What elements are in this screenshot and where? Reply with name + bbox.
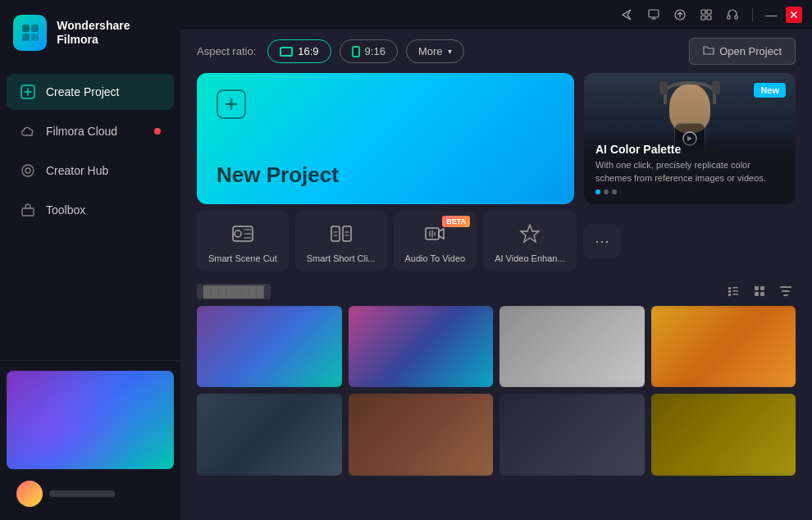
content-area: New Project New (180, 73, 812, 204)
aspect-ratio-label: Aspect ratio: (197, 45, 256, 57)
tool-audio-to-video[interactable]: BETA Audio To Video (394, 211, 477, 271)
dot-2 (604, 189, 609, 194)
logo-text: Wondershare Filmora (57, 19, 167, 47)
media-grid-row1 (180, 306, 812, 387)
recent-project-thumbnail[interactable] (7, 371, 174, 469)
creator-hub-icon (20, 162, 36, 179)
svg-rect-28 (732, 294, 738, 295)
ai-card-content: AI Color Palette With one click, precise… (584, 133, 796, 204)
svg-rect-20 (343, 226, 351, 241)
svg-rect-32 (760, 292, 764, 296)
scene-cut-label: Smart Scene Cut (208, 253, 277, 263)
ratio-916-icon (352, 46, 360, 57)
tools-row: Smart Scene Cut Smart Short Cli... BETA (180, 204, 812, 271)
aspect-ratio-169-button[interactable]: 16:9 (267, 39, 331, 63)
svg-rect-14 (728, 16, 730, 19)
media-item[interactable] (651, 394, 796, 475)
sidebar-nav: Create Project Filmora Cloud Creator Hub (0, 66, 180, 360)
short-clip-label: Smart Short Cli... (307, 253, 376, 263)
grid-view-button[interactable] (750, 281, 769, 301)
svg-rect-25 (728, 290, 731, 293)
svg-rect-2 (22, 34, 30, 41)
short-clip-icon (326, 219, 356, 249)
creator-hub-label: Creator Hub (46, 164, 108, 177)
media-item[interactable] (349, 306, 494, 387)
dot-1 (595, 189, 600, 194)
create-project-icon (20, 84, 36, 100)
svg-rect-10 (701, 10, 705, 14)
svg-rect-23 (728, 287, 731, 290)
tool-ai-video-enhance[interactable]: AI Video Enhan... (483, 211, 576, 271)
main-content: — ✕ Aspect ratio: 16:9 9:16 More ▾ Open … (180, 0, 812, 520)
monitor-icon[interactable] (644, 5, 664, 25)
svg-marker-22 (521, 225, 539, 242)
user-avatar[interactable] (16, 481, 43, 507)
sidebar-item-toolbox[interactable]: Toolbox (7, 192, 174, 228)
svg-rect-30 (760, 286, 764, 290)
media-item[interactable] (197, 306, 342, 387)
notification-dot (154, 128, 161, 135)
section-title: ████████ (197, 284, 271, 299)
filmora-cloud-label: Filmora Cloud (46, 125, 117, 138)
sidebar-item-filmora-cloud[interactable]: Filmora Cloud (7, 113, 174, 149)
more-tools-button[interactable]: ⋯ (583, 224, 621, 258)
grid-icon[interactable] (696, 5, 716, 25)
svg-point-18 (235, 230, 241, 237)
new-project-card[interactable]: New Project (197, 73, 574, 204)
media-item[interactable] (500, 394, 645, 475)
svg-rect-29 (755, 286, 759, 290)
media-item[interactable] (651, 306, 796, 387)
svg-rect-19 (331, 226, 340, 241)
ai-feature-card[interactable]: New AI Color Palette With one click, pre… (584, 73, 796, 204)
beta-badge: BETA (442, 216, 470, 227)
ai-card-dots (595, 189, 784, 194)
send-icon[interactable] (618, 5, 637, 25)
tool-smart-scene-cut[interactable]: Smart Scene Cut (197, 211, 289, 271)
chevron-down-icon: ▾ (448, 47, 452, 56)
ratio-169-label: 16:9 (298, 45, 318, 57)
audio-video-label: Audio To Video (405, 253, 466, 263)
svg-rect-11 (707, 10, 711, 14)
filter-button[interactable] (776, 281, 796, 301)
add-project-icon (217, 89, 246, 119)
svg-rect-8 (649, 10, 659, 17)
aspect-ratio-916-button[interactable]: 9:16 (340, 39, 398, 63)
app-logo: Wondershare Filmora (0, 0, 180, 66)
svg-rect-7 (22, 208, 34, 216)
media-item[interactable] (500, 306, 645, 387)
svg-rect-35 (783, 294, 788, 296)
svg-rect-0 (22, 25, 30, 32)
toolbox-label: Toolbox (46, 203, 85, 217)
open-project-button[interactable]: Open Project (689, 38, 796, 65)
close-button[interactable]: ✕ (786, 7, 802, 23)
tool-smart-short-clip[interactable]: Smart Short Cli... (295, 211, 387, 271)
headset-icon[interactable] (723, 5, 742, 25)
list-view-button[interactable] (723, 281, 743, 301)
cloud-icon (20, 123, 36, 139)
sidebar-item-creator-hub[interactable]: Creator Hub (7, 153, 174, 189)
ai-card-description: With one click, precisely replicate colo… (595, 159, 784, 185)
media-item[interactable] (349, 394, 494, 475)
folder-icon (703, 44, 714, 58)
more-button[interactable]: More ▾ (406, 39, 464, 63)
ai-enhance-icon (515, 219, 545, 249)
sidebar: Wondershare Filmora Create Project Filmo… (0, 0, 180, 520)
svg-rect-27 (728, 294, 731, 296)
sidebar-item-create-project[interactable]: Create Project (7, 74, 174, 110)
separator (752, 8, 753, 21)
svg-point-5 (22, 165, 34, 176)
ai-card-title: AI Color Palette (595, 143, 784, 156)
upload-icon[interactable] (670, 5, 690, 25)
svg-rect-33 (780, 286, 791, 288)
open-project-label: Open Project (719, 45, 782, 57)
minimize-button[interactable]: — (763, 7, 779, 23)
svg-rect-12 (701, 16, 705, 20)
svg-rect-26 (732, 290, 738, 292)
svg-rect-1 (31, 25, 39, 32)
ai-enhance-label: AI Video Enhan... (495, 253, 564, 263)
svg-rect-3 (31, 34, 39, 41)
logo-icon (13, 15, 47, 51)
svg-rect-13 (707, 16, 711, 20)
section-actions (723, 281, 796, 301)
media-item[interactable] (197, 394, 342, 475)
